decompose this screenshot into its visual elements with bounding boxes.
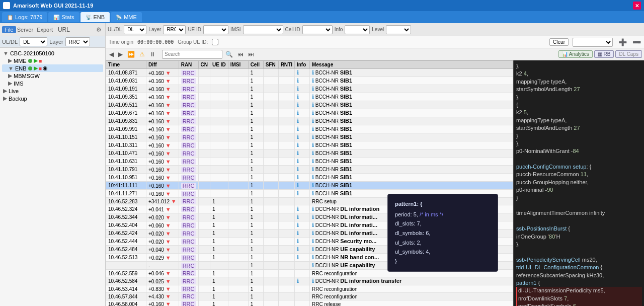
- cell-info: [294, 262, 309, 270]
- mode-select[interactable]: DL UL UL/DL: [20, 37, 47, 46]
- tab-enb[interactable]: 📡 ENB: [80, 12, 110, 22]
- file-tab[interactable]: File: [2, 26, 16, 33]
- code-line: mappingType typeA,: [516, 78, 642, 86]
- app-logo: A: [3, 2, 10, 9]
- cell-diff: +0.160 ▼: [146, 158, 179, 166]
- table-row[interactable]: 10.41.08.871 +0.160 ▼ RRC 1 ℹ ℹ BCCH-NR …: [106, 69, 513, 77]
- table-row[interactable]: 10.41.09.511 +0.160 ▼ RRC 1 ℹ ℹ BCCH-NR …: [106, 101, 513, 109]
- mme-play-icon[interactable]: ▶: [34, 57, 38, 64]
- cell-sfn: [263, 149, 278, 158]
- tree-root[interactable]: ▼ CBC-2021050100: [2, 50, 103, 57]
- cell-ueid: [210, 149, 228, 158]
- forward-button[interactable]: ▶: [117, 50, 124, 58]
- table-row[interactable]: 10.46.53.414 +0.830 ▼ RRC 1 1 RRC reconf…: [106, 285, 513, 293]
- cell-ran: RRC: [179, 300, 198, 307]
- tree-item-live[interactable]: ▶ Live: [2, 87, 103, 95]
- filter-dropdown[interactable]: [573, 38, 613, 47]
- cell-cn: [198, 77, 210, 85]
- table-row[interactable]: 10.46.57.844 +4.430 ▼ RRC 1 1 RRC reconf…: [106, 293, 513, 300]
- tooltip-line-2: dl_slots: 7,: [395, 219, 491, 228]
- cell-sfn: [263, 213, 278, 221]
- table-row[interactable]: 10:41:11.111 +0.160 ▼ RRC 1 ℹ ℹ BCCH-NR …: [106, 182, 513, 190]
- warning-button[interactable]: ⚠: [138, 50, 146, 58]
- table-row[interactable]: 10.41.09.351 +0.160 ▼ RRC 1 ℹ ℹ BCCH-NR …: [106, 93, 513, 101]
- rb-button[interactable]: ▦ RB: [594, 50, 614, 58]
- enb-play-icon[interactable]: ▶: [34, 65, 38, 71]
- tree-root-label: CBC-2021050100: [10, 50, 54, 56]
- cellid-filter-select[interactable]: [302, 25, 333, 34]
- ueid-filter-select[interactable]: [203, 25, 228, 34]
- cell-imsi: [228, 198, 248, 205]
- clear-button[interactable]: Clear: [549, 38, 569, 46]
- add-filter-button[interactable]: ➕: [617, 38, 628, 46]
- group-ueid-checkbox[interactable]: [212, 39, 218, 45]
- refresh-button[interactable]: ⏩: [126, 50, 136, 58]
- url-btn[interactable]: URL: [56, 26, 71, 34]
- level-filter-select[interactable]: [386, 25, 411, 34]
- layer-filter-select[interactable]: RRCMAC: [163, 25, 186, 34]
- table-row[interactable]: 10.41.10.951 +0.160 ▼ RRC 1 ℹ ℹ BCCH-NR …: [106, 174, 513, 182]
- search-input[interactable]: [162, 50, 222, 59]
- cell-time: 10.41.10.151: [106, 133, 146, 141]
- code-line: dl-UL-TransmissionPeriodicity ms5,: [516, 287, 642, 294]
- enb-extra-icon[interactable]: ◉: [43, 65, 48, 71]
- tab-logs[interactable]: 📋 Logs: 7879: [2, 12, 47, 22]
- cell-cn: [198, 133, 210, 141]
- search-icon[interactable]: 🔍: [224, 50, 234, 58]
- layer-select[interactable]: RRC MAC PHY: [65, 37, 90, 46]
- analytics-button[interactable]: 📊 Analytics: [558, 50, 593, 58]
- table-row[interactable]: 10.41.10.311 +0.160 ▼ RRC 1 ℹ ℹ BCCH-NR …: [106, 141, 513, 149]
- mbmsgw-arrow-icon: ▶: [8, 72, 12, 79]
- table-row[interactable]: 10.41.10.471 +0.160 ▼ RRC 1 ℹ ℹ BCCH-NR …: [106, 149, 513, 158]
- cell-ran: RRC: [179, 230, 198, 238]
- pause-button[interactable]: ⏸: [148, 50, 157, 58]
- cell-info: ℹ: [294, 125, 309, 133]
- tree-item-backup[interactable]: ▶ Backup: [2, 95, 103, 102]
- tree-item-ims[interactable]: ▶ IMS: [2, 80, 103, 87]
- enb-stop-icon[interactable]: ■: [39, 65, 42, 71]
- cell-rnti: [278, 149, 294, 158]
- live-arrow-icon: ▶: [3, 88, 7, 94]
- imsi-filter-select[interactable]: [243, 25, 283, 34]
- cell-ueid: 1: [210, 246, 228, 254]
- tree-item-enb[interactable]: ▼ ENB ▶ ■ ◉: [2, 64, 103, 72]
- info-filter-select[interactable]: [345, 25, 370, 34]
- tree-item-mme[interactable]: ▶ MME ▶ ■: [2, 57, 103, 64]
- cell-sfn: [263, 262, 278, 270]
- table-row[interactable]: 10.41.09.031 +0.160 ▼ RRC 1 ℹ ℹ BCCH-NR …: [106, 77, 513, 85]
- back-button[interactable]: ◀: [108, 50, 115, 58]
- table-row[interactable]: 10.41.10.791 +0.160 ▼ RRC 1 ℹ ℹ BCCH-NR …: [106, 166, 513, 174]
- table-row[interactable]: 10.41.10.151 +0.160 ▼ RRC 1 ℹ ℹ BCCH-NR …: [106, 133, 513, 141]
- table-row[interactable]: 10.41.09.991 +0.160 ▼ RRC 1 ℹ ℹ BCCH-NR …: [106, 125, 513, 133]
- cell-cell: 1: [248, 182, 263, 190]
- cell-cn: [198, 158, 210, 166]
- cell-diff: .: [146, 262, 179, 270]
- table-row[interactable]: 10.46.52.584 +0.025 ▼ RRC 1 1 ℹ ℹ DCCH-N…: [106, 277, 513, 285]
- table-row[interactable]: 10.41.10.631 +0.160 ▼ RRC 1 ℹ ℹ BCCH-NR …: [106, 158, 513, 166]
- tab-stats[interactable]: 📊 Stats: [48, 12, 79, 22]
- table-row[interactable]: 10.41.09.831 +0.160 ▼ RRC 1 ℹ ℹ BCCH-NR …: [106, 117, 513, 125]
- cell-cn: [198, 293, 210, 300]
- tab-mme[interactable]: 📡 MME: [111, 12, 142, 22]
- mme-icon: 📡: [116, 15, 122, 20]
- close-button[interactable]: ✕: [633, 2, 641, 10]
- remove-filter-button[interactable]: ➖: [632, 38, 641, 46]
- cell-cn: [198, 141, 210, 149]
- export-btn[interactable]: Export: [34, 26, 55, 33]
- table-row[interactable]: 10.46.58.004 +0.160 ▼ RRC 1 1 RRC releas…: [106, 300, 513, 307]
- table-row[interactable]: 10.41.09.191 +0.160 ▼ RRC 1 ℹ ℹ BCCH-NR …: [106, 85, 513, 93]
- ul-dl-select[interactable]: DLULUL/DL: [124, 25, 146, 34]
- cell-diff: +0.160 ▼: [146, 77, 179, 85]
- cell-ueid: [210, 158, 228, 166]
- root-arrow-icon: ▼: [3, 50, 9, 56]
- table-row[interactable]: 10.41.09.671 +0.160 ▼ RRC 1 ℹ ℹ BCCH-NR …: [106, 109, 513, 117]
- settings-icon[interactable]: ⚙: [95, 26, 103, 34]
- cell-imsi: [228, 166, 248, 174]
- next-icon[interactable]: ⏭: [247, 50, 256, 58]
- filter-icon[interactable]: ⏮: [236, 50, 245, 58]
- mme-stop-icon[interactable]: ■: [39, 58, 42, 64]
- cell-sfn: [263, 125, 278, 133]
- server-label: Server: [17, 27, 33, 33]
- dl-caps-button[interactable]: DL Caps: [615, 50, 642, 58]
- tree-item-mbmsgw[interactable]: ▶ MBMSGW: [2, 72, 103, 80]
